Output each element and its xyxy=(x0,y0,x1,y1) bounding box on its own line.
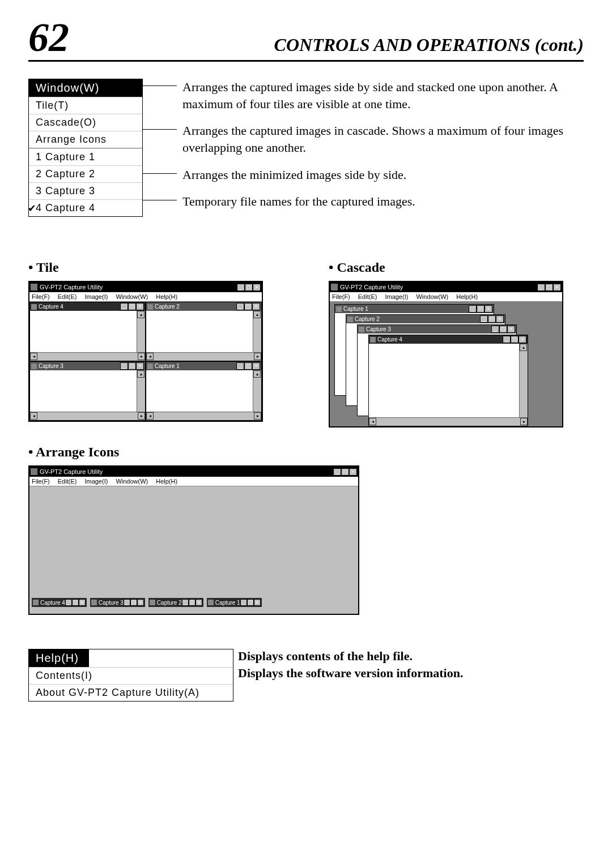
menu-edit[interactable]: Edit(E) xyxy=(58,478,77,485)
help-item-about[interactable]: About GV-PT2 Capture Utility(A) xyxy=(29,684,233,701)
child-minimize[interactable]: _ xyxy=(503,336,511,343)
app-icon xyxy=(31,284,37,290)
close-button[interactable]: × xyxy=(553,284,561,291)
child-maximize[interactable]: □ xyxy=(488,315,496,323)
menu-item-arrange-icons[interactable]: Arrange Icons xyxy=(29,131,142,148)
minimize-button[interactable]: _ xyxy=(333,468,341,476)
menu-window[interactable]: Window(W) xyxy=(116,478,148,485)
menu-item-capture1[interactable]: 1 Capture 1 xyxy=(29,148,142,165)
close-button[interactable]: × xyxy=(253,284,261,291)
menu-item-capture4[interactable]: 4 Capture 4 xyxy=(29,199,142,216)
menu-file[interactable]: File(F) xyxy=(32,293,50,300)
child-title: Capture 4 xyxy=(377,336,503,343)
app-title: GV-PT2 Capture Utility xyxy=(40,284,237,290)
child-close[interactable]: × xyxy=(507,326,515,333)
menu-window[interactable]: Window(W) xyxy=(416,293,448,300)
child-close[interactable]: × xyxy=(496,315,504,323)
child-title: Capture 1 xyxy=(343,306,469,312)
horizontal-scrollbar[interactable]: ◂▸ xyxy=(369,417,528,426)
minimized-capture2[interactable]: Capture 2_□× xyxy=(148,598,203,607)
vertical-scrollbar[interactable]: ▴▾ xyxy=(519,344,528,426)
minimized-capture4[interactable]: Capture 4_□× xyxy=(32,598,87,607)
help-item-contents[interactable]: Contents(I) xyxy=(29,667,233,684)
menu-item-tile[interactable]: Tile(T) xyxy=(29,97,142,114)
child-close[interactable]: × xyxy=(136,303,144,310)
child-minimize[interactable]: _ xyxy=(120,362,128,370)
page-number: 62 xyxy=(28,17,69,58)
child-maximize[interactable]: □ xyxy=(511,336,518,343)
menu-image[interactable]: Image(I) xyxy=(385,293,408,300)
app-title: GV-PT2 Capture Utility xyxy=(40,468,333,475)
child-maximize[interactable]: □ xyxy=(244,362,252,370)
menubar: File(F) Edit(E) Image(I) Window(W) Help(… xyxy=(330,292,562,302)
menu-file[interactable]: File(F) xyxy=(32,478,50,485)
menubar: File(F) Edit(E) Image(I) Window(W) Help(… xyxy=(29,477,358,486)
minimized-capture1[interactable]: Capture 1_□× xyxy=(207,598,262,607)
menubar: File(F) Edit(E) Image(I) Window(W) Help(… xyxy=(29,292,262,302)
child-minimize[interactable]: _ xyxy=(120,303,128,310)
arrange-example-window: GV-PT2 Capture Utility _ □ × File(F) Edi… xyxy=(28,465,359,615)
desc-tile: Arranges the captured images side by sid… xyxy=(182,80,558,111)
child-title: Capture 4 xyxy=(39,303,120,310)
menu-help[interactable]: Help(H) xyxy=(456,293,478,300)
child-minimize[interactable]: _ xyxy=(236,303,244,310)
close-button[interactable]: × xyxy=(349,468,357,476)
menu-item-cascade[interactable]: Cascade(O) xyxy=(29,114,142,131)
child-minimize[interactable]: _ xyxy=(236,362,244,370)
child-title: Capture 1 xyxy=(155,363,236,369)
maximize-button[interactable]: □ xyxy=(245,284,253,291)
child-maximize[interactable]: □ xyxy=(244,303,252,310)
child-title: Capture 2 xyxy=(355,316,480,322)
menu-image[interactable]: Image(I) xyxy=(84,478,108,485)
window-menu-title: Window(W) xyxy=(29,79,142,97)
menu-item-capture3[interactable]: 3 Capture 3 xyxy=(29,182,142,199)
child-close[interactable]: × xyxy=(136,362,144,370)
window-menu: Window(W) Tile(T) Cascade(O) Arrange Ico… xyxy=(28,79,143,217)
child-minimize[interactable]: _ xyxy=(469,305,477,313)
child-close[interactable]: × xyxy=(484,305,492,313)
menu-help[interactable]: Help(H) xyxy=(156,293,177,300)
child-minimize[interactable]: _ xyxy=(491,326,499,333)
menu-item-capture2[interactable]: 2 Capture 2 xyxy=(29,165,142,182)
page-title: CONTROLS AND OPERATIONS (cont.) xyxy=(274,35,584,55)
cascade-example-window: GV-PT2 Capture Utility _ □ × File(F) Edi… xyxy=(329,281,563,427)
child-maximize[interactable]: □ xyxy=(499,326,507,333)
desc-arrange: Arranges the minimized images side by si… xyxy=(182,168,406,182)
minimized-capture3[interactable]: Capture 3_□× xyxy=(90,598,145,607)
help-menu-title: Help(H) xyxy=(29,649,89,667)
desc-captures: Temporary file names for the captured im… xyxy=(182,194,415,208)
horizontal-scrollbar[interactable]: ◂▸ xyxy=(30,412,145,420)
child-maximize[interactable]: □ xyxy=(128,362,136,370)
child-close[interactable]: × xyxy=(252,362,260,370)
menu-edit[interactable]: Edit(E) xyxy=(358,293,377,300)
app-title: GV-PT2 Capture Utility xyxy=(340,284,537,290)
app-icon xyxy=(331,284,338,290)
minimize-button[interactable]: _ xyxy=(537,284,545,291)
menu-file[interactable]: File(F) xyxy=(332,293,350,300)
horizontal-scrollbar[interactable]: ◂▸ xyxy=(30,352,145,361)
child-maximize[interactable]: □ xyxy=(128,303,136,310)
child-close[interactable]: × xyxy=(518,336,526,343)
desc-cascade: Arranges the captured images in cascade.… xyxy=(182,123,563,155)
menu-descriptions: Arranges the captured images side by sid… xyxy=(182,79,584,220)
menu-edit[interactable]: Edit(E) xyxy=(58,293,77,300)
child-maximize[interactable]: □ xyxy=(477,305,484,313)
tile-example-window: GV-PT2 Capture Utility _ □ × File(F) Edi… xyxy=(28,281,263,422)
child-title: Capture 2 xyxy=(155,303,236,310)
menu-help[interactable]: Help(H) xyxy=(156,478,177,485)
horizontal-scrollbar[interactable]: ◂▸ xyxy=(146,412,261,420)
maximize-button[interactable]: □ xyxy=(545,284,553,291)
subheading-tile: Tile xyxy=(28,260,283,275)
menu-window[interactable]: Window(W) xyxy=(116,293,148,300)
horizontal-scrollbar[interactable]: ◂▸ xyxy=(146,352,261,361)
child-title: Capture 3 xyxy=(39,363,120,369)
child-close[interactable]: × xyxy=(252,303,260,310)
subheading-arrange: Arrange Icons xyxy=(28,444,584,460)
menu-image[interactable]: Image(I) xyxy=(84,293,108,300)
help-menu: Help(H) Contents(I) About GV-PT2 Capture… xyxy=(28,649,233,702)
child-minimize[interactable]: _ xyxy=(480,315,488,323)
help-desc-about: Displays the software version informatio… xyxy=(238,666,584,681)
help-desc-contents: Displays contents of the help file. xyxy=(238,649,584,664)
minimize-button[interactable]: _ xyxy=(237,284,245,291)
maximize-button[interactable]: □ xyxy=(341,468,349,476)
